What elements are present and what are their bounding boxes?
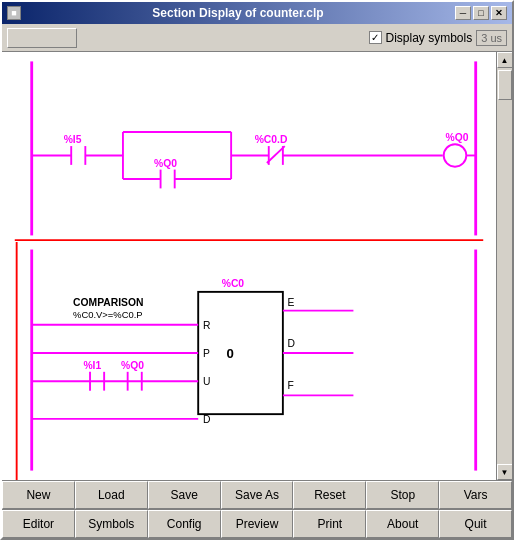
scroll-thumb[interactable] [498,70,512,100]
svg-text:%Q0: %Q0 [446,132,469,143]
svg-text:COMPARISON: COMPARISON [73,297,143,308]
svg-text:U: U [203,376,210,387]
main-area: %I5 %Q0 [2,52,512,480]
toolbar-spacer [7,28,77,48]
display-symbols-area: ✓ Display symbols 3 us [369,30,508,46]
stop-button[interactable]: Stop [366,481,439,509]
about-button[interactable]: About [366,510,439,538]
toolbar: ✓ Display symbols 3 us [2,24,512,52]
symbols-button[interactable]: Symbols [75,510,148,538]
minimize-button[interactable]: ─ [455,6,471,20]
config-button[interactable]: Config [148,510,221,538]
svg-text:D: D [203,414,210,425]
svg-text:P: P [203,348,210,359]
svg-text:%C0.V>=%C0.P: %C0.V>=%C0.P [73,309,142,320]
ladder-diagram: %I5 %Q0 [2,52,496,480]
svg-text:%I5: %I5 [64,134,82,145]
button-row-2: Editor Symbols Config Preview Print Abou… [2,510,512,538]
editor-button[interactable]: Editor [2,510,75,538]
svg-text:D: D [288,338,295,349]
svg-text:%I1: %I1 [83,360,101,371]
svg-text:E: E [288,297,295,308]
print-button[interactable]: Print [293,510,366,538]
preview-button[interactable]: Preview [221,510,294,538]
new-button[interactable]: New [2,481,75,509]
svg-text:%Q0: %Q0 [154,158,177,169]
scroll-down-button[interactable]: ▼ [497,464,513,480]
quit-button[interactable]: Quit [439,510,512,538]
close-button[interactable]: ✕ [491,6,507,20]
svg-text:0: 0 [226,346,233,361]
svg-text:%C0: %C0 [222,278,245,289]
time-display: 3 us [476,30,507,46]
save-as-button[interactable]: Save As [221,481,294,509]
svg-text:R: R [203,320,210,331]
load-button[interactable]: Load [75,481,148,509]
svg-text:F: F [288,380,294,391]
maximize-button[interactable]: □ [473,6,489,20]
buttons-container: New Load Save Save As Reset Stop Vars Ed… [2,481,512,538]
main-window: ■ Section Display of counter.clp ─ □ ✕ ✓… [0,0,514,540]
title-bar-left: ■ [7,6,21,20]
display-symbols-checkbox[interactable]: ✓ [369,31,382,44]
display-symbols-label: Display symbols [386,31,473,45]
canvas-area: %I5 %Q0 [2,52,496,480]
svg-rect-28 [198,292,283,414]
reset-button[interactable]: Reset [293,481,366,509]
svg-text:%C0.D: %C0.D [255,134,288,145]
title-buttons: ─ □ ✕ [455,6,507,20]
button-row-1: New Load Save Save As Reset Stop Vars [2,481,512,510]
window-icon: ■ [7,6,21,20]
scroll-up-button[interactable]: ▲ [497,52,513,68]
vars-button[interactable]: Vars [439,481,512,509]
save-button[interactable]: Save [148,481,221,509]
button-rows: New Load Save Save As Reset Stop Vars Ed… [2,480,512,538]
scroll-track [497,68,512,464]
window-title: Section Display of counter.clp [21,6,455,20]
title-bar: ■ Section Display of counter.clp ─ □ ✕ [2,2,512,24]
svg-text:%Q0: %Q0 [121,360,144,371]
svg-point-21 [444,144,467,167]
checkbox-checkmark: ✓ [371,32,379,43]
vertical-scrollbar[interactable]: ▲ ▼ [496,52,512,480]
